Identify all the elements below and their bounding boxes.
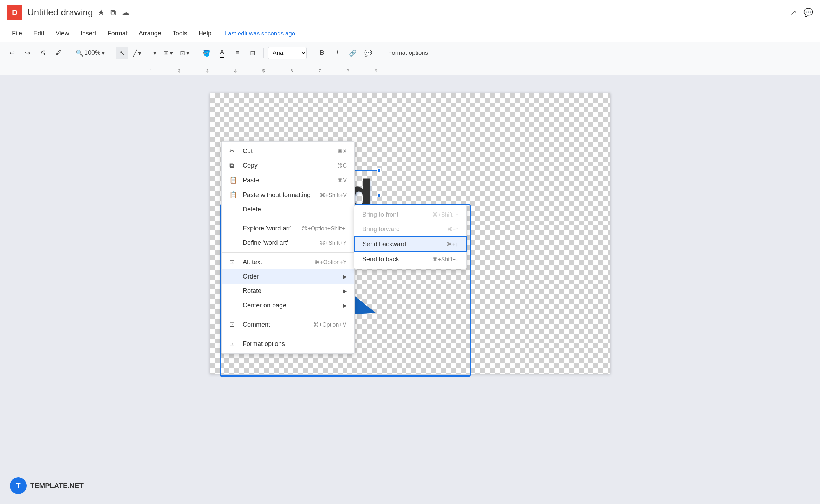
align-button[interactable]: ≡ (231, 47, 244, 59)
text-tool-dropdown[interactable]: ⊡ ▾ (178, 48, 191, 58)
shape-chevron: ▾ (153, 49, 156, 57)
ctx-alt-text[interactable]: ⊡ Alt text ⌘+Option+Y (222, 255, 354, 269)
ctx-paste-shortcut: ⌘V (337, 177, 347, 184)
menu-tools[interactable]: Tools (168, 28, 192, 39)
submenu-send-back[interactable]: Send to back ⌘+Shift+↓ (354, 252, 466, 267)
zoom-value: 100% (84, 49, 100, 57)
line-color-button[interactable]: A (216, 47, 228, 59)
ctx-copy[interactable]: ⧉ Copy ⌘C (222, 158, 354, 173)
ctx-delete[interactable]: Delete (222, 202, 354, 217)
fill-color-button[interactable]: 🪣 (200, 47, 213, 59)
template-logo: T TEMPLATE.NET (10, 477, 84, 494)
ctx-format-options[interactable]: ⊡ Format options (222, 336, 354, 351)
ctx-order[interactable]: Order ▶ (222, 269, 354, 284)
ctx-order-label: Order (243, 273, 343, 280)
last-edit-link[interactable]: Last edit was seconds ago (225, 30, 295, 37)
template-normal-text: .NET (67, 482, 84, 490)
title-icons: ★ ⧉ ☁ (98, 8, 129, 17)
comment-icon[interactable]: 💬 (803, 8, 813, 17)
print-button[interactable]: 🖨 (37, 47, 49, 59)
ctx-paste[interactable]: 📋 Paste ⌘V (222, 173, 354, 188)
zoom-chevron-icon: ▾ (102, 49, 105, 57)
distribute-button[interactable]: ⊟ (247, 47, 259, 59)
title-bar-right: ↗ 💬 (790, 8, 813, 17)
app-title: Untitled drawing (27, 7, 93, 18)
redo-button[interactable]: ↪ (21, 47, 34, 59)
menu-edit[interactable]: Edit (28, 28, 49, 39)
menu-format[interactable]: Format (103, 28, 132, 39)
menu-arrange[interactable]: Arrange (134, 28, 166, 39)
star-icon[interactable]: ★ (98, 8, 105, 17)
ctx-cut[interactable]: ✂ Cut ⌘X (222, 144, 354, 158)
ruler: 1 2 3 4 5 6 7 8 9 (0, 64, 820, 75)
cut-icon: ✂ (229, 147, 239, 155)
image-chevron: ▾ (170, 49, 173, 57)
separator-1 (69, 48, 69, 58)
submenu-bring-front[interactable]: Bring to front ⌘+Shift+↑ (354, 208, 466, 222)
menu-help[interactable]: Help (194, 28, 216, 39)
submenu-send-backward[interactable]: Send backward ⌘+↓ (354, 236, 467, 252)
ctx-comment-shortcut: ⌘+Option+M (313, 321, 347, 328)
send-back-label: Send to back (362, 256, 432, 263)
line-tool-icon: ╱ (133, 49, 137, 57)
ctx-define-label: Define 'word art' (243, 239, 320, 247)
format-options-ctx-icon: ⊡ (229, 340, 239, 348)
ctx-define-shortcut: ⌘+Shift+Y (320, 240, 347, 246)
menu-insert[interactable]: Insert (76, 28, 101, 39)
send-back-shortcut: ⌘+Shift+↓ (432, 256, 458, 263)
separator-3 (196, 48, 196, 58)
format-options-button[interactable]: Format options (383, 47, 433, 59)
handle-top-right[interactable] (377, 168, 381, 172)
image-tool-icon: ⊞ (163, 49, 169, 57)
submenu-bring-forward[interactable]: Bring forward ⌘+↑ (354, 222, 466, 236)
bring-forward-shortcut: ⌘+↑ (447, 226, 458, 233)
ctx-alt-text-label: Alt text (243, 258, 314, 266)
undo-button[interactable]: ↩ (6, 47, 18, 59)
cloud-icon[interactable]: ☁ (122, 8, 129, 17)
ctx-format-options-label: Format options (243, 340, 347, 348)
menu-view[interactable]: View (51, 28, 74, 39)
select-tool-button[interactable]: ↖ (116, 47, 128, 59)
ctx-explore-label: Explore 'word art' (243, 225, 302, 232)
handle-mid-right[interactable] (377, 193, 381, 197)
paste-icon: 📋 (229, 176, 239, 184)
toolbar: ↩ ↪ 🖨 🖌 🔍 100% ▾ ↖ ╱ ▾ ○ ▾ ⊞ ▾ ⊡ ▾ 🪣 A ≡… (0, 42, 820, 64)
link-button[interactable]: 🔗 (346, 47, 359, 59)
image-tool-dropdown[interactable]: ⊞ ▾ (161, 48, 175, 58)
text-chevron: ▾ (186, 49, 189, 57)
ctx-explore[interactable]: Explore 'word art' ⌘+Option+Shift+I (222, 221, 354, 236)
ctx-center[interactable]: Center on page ▶ (222, 298, 354, 313)
paint-format-button[interactable]: 🖌 (52, 47, 65, 59)
italic-button[interactable]: I (331, 47, 344, 59)
line-tool-dropdown[interactable]: ╱ ▾ (131, 48, 143, 58)
bold-button[interactable]: B (315, 47, 328, 59)
ctx-define[interactable]: Define 'word art' ⌘+Shift+Y (222, 236, 354, 250)
ctx-comment[interactable]: ⊡ Comment ⌘+Option+M (222, 317, 354, 332)
line-color-icon: A (220, 48, 224, 58)
bring-front-label: Bring to front (362, 211, 432, 218)
line-tool-chevron: ▾ (138, 49, 141, 57)
zoom-dropdown[interactable]: 🔍 100% ▾ (73, 48, 107, 58)
template-text: TEMPLATE.NET (30, 482, 84, 490)
title-bar: D Untitled drawing ★ ⧉ ☁ ↗ 💬 (0, 0, 820, 25)
trending-icon[interactable]: ↗ (790, 8, 796, 17)
ctx-paste-noformat[interactable]: 📋 Paste without formatting ⌘+Shift+V (222, 188, 354, 202)
ctx-center-label: Center on page (243, 302, 343, 309)
menu-file[interactable]: File (7, 28, 27, 39)
shape-tool-icon: ○ (148, 49, 152, 57)
canvas-area: word ✂ Cut ⌘X ⧉ Copy ⌘C 📋 (0, 75, 820, 504)
send-backward-label: Send backward (363, 241, 447, 248)
ctx-paste-label: Paste (243, 177, 337, 184)
ctx-paste-noformat-label: Paste without formatting (243, 191, 320, 199)
ctx-rotate[interactable]: Rotate ▶ (222, 284, 354, 298)
context-menu: ✂ Cut ⌘X ⧉ Copy ⌘C 📋 Paste ⌘V 📋 Paste wi… (221, 141, 355, 354)
copy-icon[interactable]: ⧉ (110, 8, 116, 17)
send-backward-shortcut: ⌘+↓ (447, 241, 458, 248)
shape-tool-dropdown[interactable]: ○ ▾ (146, 48, 158, 58)
ctx-rotate-label: Rotate (243, 287, 343, 295)
ctx-sep-1 (222, 219, 354, 219)
ruler-mark-5: 5 (249, 68, 278, 73)
order-arrow-icon: ▶ (343, 273, 347, 280)
toolbar-comment-button[interactable]: 💬 (362, 47, 375, 59)
font-selector[interactable]: Arial (268, 47, 307, 59)
